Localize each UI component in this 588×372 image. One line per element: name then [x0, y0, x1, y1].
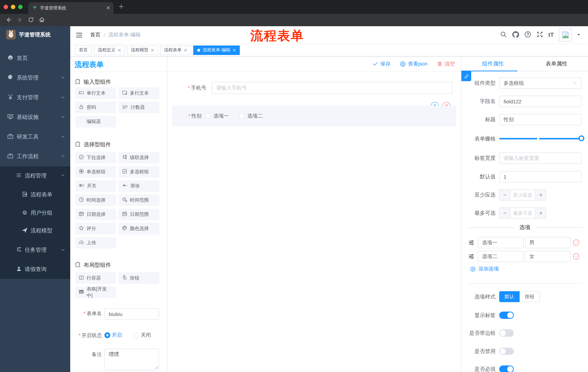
tag-close-icon[interactable] [233, 47, 236, 53]
palette-item-time-picker[interactable]: 时间选择 [75, 194, 116, 206]
palette-item-checkbox-group[interactable]: 多选框组 [119, 166, 159, 178]
clear-button[interactable]: 清空 [437, 61, 455, 67]
tag-home[interactable]: 首页 [75, 45, 92, 55]
traffic-light-minimize[interactable] [11, 5, 15, 9]
grid-slider[interactable] [499, 138, 581, 139]
sidebar-item-leave-query[interactable]: 请假查询 [0, 260, 70, 279]
minus-icon[interactable] [500, 190, 510, 200]
help-icon[interactable] [524, 31, 531, 39]
traffic-light-zoom[interactable] [18, 5, 22, 9]
sidebar-item-process-model[interactable]: 流程模型 [0, 221, 70, 240]
avatar[interactable] [559, 29, 572, 41]
border-toggle[interactable] [499, 329, 514, 337]
palette-item-button[interactable]: 按钮 [119, 272, 159, 284]
palette-item-time-range[interactable]: 时间范围 [119, 194, 159, 206]
disabled-toggle[interactable] [499, 348, 514, 355]
show-label-toggle[interactable] [499, 312, 514, 319]
palette-item-date-picker[interactable]: 日期选择 [75, 209, 116, 220]
breadcrumb-home[interactable]: 首页 [90, 32, 100, 38]
radio-off[interactable] [134, 332, 139, 338]
tag-process-form-edit[interactable]: 流程表单-编辑 [193, 45, 240, 55]
option-drag-handle-icon[interactable] [468, 240, 474, 247]
collapse-sidebar-icon[interactable] [76, 32, 83, 40]
palette-item-single-text[interactable]: 单行文本 [75, 87, 116, 99]
tag-process-definition[interactable]: 流程定义 [94, 45, 125, 55]
min-select-input[interactable]: 至少应选 [510, 190, 535, 200]
selected-component-gender[interactable]: *性别 选项一 选项二 [172, 106, 456, 126]
reload-icon[interactable] [28, 16, 34, 24]
sidebar-item-workflow[interactable]: 工作流程 [0, 147, 70, 166]
sidebar-item-task-mgmt[interactable]: 任务管理 [0, 241, 70, 260]
max-select-input[interactable]: 最多可选 [510, 208, 535, 218]
tag-close-icon[interactable] [151, 47, 154, 53]
gender-checkbox-1[interactable] [205, 113, 210, 118]
sidebar-item-payment[interactable]: 支付管理 [0, 88, 70, 107]
palette-item-upload[interactable]: 上传 [75, 237, 116, 249]
palette-item-password[interactable]: 密码 [75, 102, 116, 113]
search-icon[interactable] [500, 31, 507, 39]
forward-icon[interactable] [16, 16, 23, 24]
palette-item-select[interactable]: 下拉选择 [75, 152, 116, 163]
sidebar-item-home[interactable]: 首页 [0, 48, 70, 68]
required-toggle[interactable] [499, 365, 514, 372]
remove-option-icon[interactable] [573, 240, 579, 246]
tab-close-icon[interactable] [107, 5, 110, 11]
tab-component-props[interactable]: 组件属性 [461, 56, 525, 71]
default-value-input[interactable]: 1 [499, 171, 581, 182]
sidebar-item-process-mgmt[interactable]: 流程管理 [0, 166, 70, 185]
new-tab-icon[interactable] [118, 3, 125, 11]
view-json-button[interactable]: 查看json [400, 61, 428, 67]
option1-value-input[interactable]: 男 [525, 237, 570, 248]
save-button[interactable]: 保存 [373, 61, 391, 67]
palette-item-editor[interactable]: 编辑器 [75, 116, 116, 128]
fullscreen-icon[interactable] [536, 31, 543, 39]
traffic-light-close[interactable] [4, 5, 8, 9]
palette-item-cascader[interactable]: 级联选择 [119, 152, 159, 163]
tag-close-icon[interactable] [118, 47, 121, 53]
sidebar-item-process-form[interactable]: 流程表单 [0, 185, 70, 204]
plus-icon[interactable] [535, 208, 546, 218]
tag-process-form[interactable]: 流程表单 [160, 45, 191, 55]
phone-field-input[interactable]: 请输入手机号 [212, 82, 453, 94]
form-name-input[interactable]: biubiu [105, 308, 159, 319]
gender-checkbox-2[interactable] [239, 113, 244, 118]
plus-icon[interactable] [535, 190, 546, 200]
sidebar-item-infra[interactable]: 基础设施 [0, 107, 70, 127]
tag-process-model[interactable]: 流程模型 [127, 45, 158, 55]
component-type-select[interactable]: 多选框组 [499, 77, 581, 89]
slider-handle[interactable] [578, 135, 584, 141]
palette-item-row-container[interactable]: 行容器 [75, 272, 116, 284]
browser-tab[interactable]: 芋道管理系统 [28, 2, 114, 14]
palette-item-radio-group[interactable]: 单选框组 [75, 166, 116, 178]
github-icon[interactable] [512, 31, 519, 39]
palette-item-color-picker[interactable]: 颜色选择 [119, 223, 159, 234]
option1-name-input[interactable]: 选项一 [478, 237, 524, 248]
palette-item-switch[interactable]: 开关 [75, 180, 116, 192]
palette-item-counter[interactable]: 123计数器 [119, 102, 159, 113]
home-icon[interactable] [39, 16, 45, 24]
option-drag-handle-icon[interactable] [468, 253, 474, 261]
palette-item-table[interactable]: 表格[开发中] [75, 287, 116, 298]
minus-icon[interactable] [500, 208, 510, 218]
form-remark-textarea[interactable]: 嘿嘿 [105, 349, 159, 370]
sidebar-item-devtools[interactable]: 研发工具 [0, 127, 70, 147]
avatar-caret-icon[interactable] [577, 32, 581, 38]
remove-option-icon[interactable] [573, 253, 579, 260]
palette-item-rate[interactable]: 评分 [75, 223, 116, 234]
tag-close-icon[interactable] [184, 47, 187, 53]
option2-value-input[interactable]: 女 [525, 251, 570, 262]
add-option-button[interactable]: 添加选项 [470, 265, 499, 273]
palette-item-multi-text[interactable]: 多行文本 [119, 87, 159, 99]
style-button-button[interactable]: 按钮 [520, 291, 540, 302]
palette-item-slider[interactable]: 滑块 [119, 180, 159, 192]
option2-name-input[interactable]: 选项二 [478, 251, 524, 262]
label-width-input[interactable]: 请输入标签宽度 [499, 152, 581, 164]
style-default-button[interactable]: 默认 [499, 291, 520, 302]
field-name-input[interactable]: field122 [499, 96, 581, 107]
palette-item-date-range[interactable]: 日期范围 [119, 209, 159, 220]
back-icon[interactable] [5, 16, 12, 24]
font-size-icon[interactable]: tT [548, 32, 554, 38]
title-input[interactable]: 性别 [499, 114, 581, 125]
radio-on[interactable] [105, 332, 110, 338]
tab-form-props[interactable]: 表单属性 [525, 56, 588, 71]
